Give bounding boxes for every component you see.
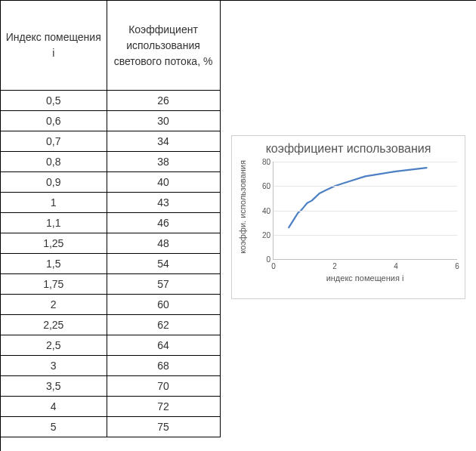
data-table: Индекс помещения i Коэффициент использов…	[1, 1, 221, 437]
cell-coeff: 30	[107, 111, 220, 131]
chart-gridline-h	[274, 211, 457, 212]
cell-index: 5	[1, 417, 107, 437]
cell-index: 0,6	[1, 111, 107, 131]
table-row: 260	[1, 295, 220, 315]
cell-index: 0,5	[1, 91, 107, 111]
chart-ytick: 60	[262, 182, 274, 190]
table-row: 2,2562	[1, 315, 220, 335]
table-row: 143	[1, 193, 220, 213]
cell-coeff: 38	[107, 152, 220, 172]
table-row: 1,7557	[1, 274, 220, 295]
plot-area: 0204060800246	[273, 162, 457, 260]
table-row: 0,838	[1, 152, 220, 172]
cell-coeff: 75	[107, 417, 220, 437]
table-row: 2,564	[1, 335, 220, 356]
chart-xtick: 6	[455, 259, 459, 270]
chart-inner: коэффи. использования 0204060800246 инде…	[232, 156, 465, 284]
cell-index: 1	[1, 193, 107, 213]
chart-ytick: 40	[262, 206, 274, 215]
table-row: 472	[1, 397, 220, 417]
cell-index: 1,75	[1, 274, 107, 295]
cell-coeff: 62	[107, 315, 220, 335]
table-header-index: Индекс помещения i	[1, 1, 107, 91]
cell-coeff: 26	[107, 91, 220, 111]
cell-coeff: 57	[107, 274, 220, 295]
cell-index: 1,25	[1, 233, 107, 254]
chart-gridline-h	[274, 186, 457, 187]
y-axis-label-holder: коэффи. использования	[232, 156, 255, 284]
table-row: 0,526	[1, 91, 220, 111]
cell-index: 0,8	[1, 152, 107, 172]
table-row: 575	[1, 417, 220, 437]
chart-xtick: 4	[394, 259, 398, 270]
cell-index: 3,5	[1, 376, 107, 397]
chart-container: коэффициент использования коэффи. исполь…	[231, 135, 465, 299]
cell-index: 1,5	[1, 254, 107, 274]
cell-coeff: 70	[107, 376, 220, 397]
table-row: 368	[1, 356, 220, 376]
page-container: Индекс помещения i Коэффициент использов…	[0, 0, 476, 451]
cell-index: 2,25	[1, 315, 107, 335]
cell-index: 2	[1, 295, 107, 315]
chart-title: коэффициент использования	[232, 142, 465, 156]
cell-index: 3	[1, 356, 107, 376]
cell-coeff: 64	[107, 335, 220, 356]
chart-ytick: 20	[262, 230, 274, 239]
table-header-row: Индекс помещения i Коэффициент использов…	[1, 1, 220, 91]
cell-coeff: 40	[107, 172, 220, 193]
cell-coeff: 43	[107, 193, 220, 213]
cell-coeff: 60	[107, 295, 220, 315]
chart-ytick: 80	[262, 158, 274, 166]
cell-index: 0,7	[1, 131, 107, 152]
table-row: 3,570	[1, 376, 220, 397]
table-row: 0,734	[1, 131, 220, 152]
table-header-coeff: Коэффициент использования светового пото…	[107, 1, 220, 91]
table-row: 1,146	[1, 213, 220, 233]
table-row: 1,554	[1, 254, 220, 274]
cell-coeff: 48	[107, 233, 220, 254]
table-row: 0,630	[1, 111, 220, 131]
chart-xtick: 0	[271, 259, 276, 270]
cell-coeff: 54	[107, 254, 220, 274]
table-row: 1,2548	[1, 233, 220, 254]
cell-coeff: 68	[107, 356, 220, 376]
chart-gridline-h	[274, 235, 457, 236]
table-row: 0,940	[1, 172, 220, 193]
cell-index: 4	[1, 397, 107, 417]
x-axis-label: индекс помещения i	[265, 273, 465, 283]
cell-index: 0,9	[1, 172, 107, 193]
cell-index: 2,5	[1, 335, 107, 356]
chart-gridline-h	[274, 162, 457, 162]
chart-xtick: 2	[332, 259, 337, 270]
cell-index: 1,1	[1, 213, 107, 233]
y-axis-label: коэффи. использования	[238, 154, 247, 260]
chart-series-line	[289, 168, 426, 227]
cell-coeff: 72	[107, 397, 220, 417]
cell-coeff: 46	[107, 213, 220, 233]
cell-coeff: 34	[107, 131, 220, 152]
